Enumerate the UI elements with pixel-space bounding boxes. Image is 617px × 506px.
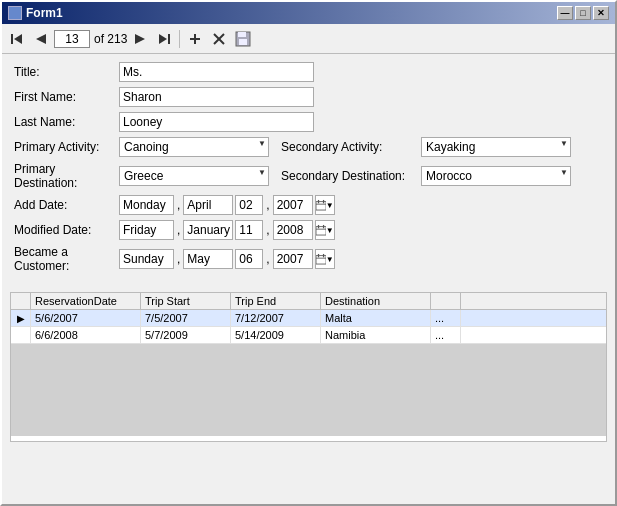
record-indicator: of 213 — [54, 30, 127, 48]
firstname-label: First Name: — [14, 90, 119, 104]
customer-date-picker-button[interactable]: ▼ — [315, 249, 335, 269]
svg-rect-12 — [239, 39, 247, 45]
primary-dest-select-wrapper: Greece — [119, 166, 269, 186]
customer-date-field: Sunday , May 06 , 2007 ▼ — [119, 249, 335, 269]
modified-date-dow[interactable]: Friday — [119, 220, 174, 240]
table-row[interactable]: 6/6/2008 5/7/2009 5/14/2009 Namibia ... — [11, 327, 606, 344]
secondary-dest-label: Secondary Destination: — [281, 169, 421, 183]
grid-col-reservation-date: ReservationDate — [31, 293, 141, 309]
destination-1[interactable]: Malta — [321, 310, 431, 326]
svg-rect-13 — [316, 202, 326, 210]
secondary-dest-select-wrapper: Morocco — [421, 166, 571, 186]
lastname-input[interactable] — [119, 112, 314, 132]
customer-date-day[interactable]: 06 — [235, 249, 263, 269]
first-record-button[interactable] — [6, 28, 28, 50]
lastname-row: Last Name: — [14, 112, 603, 132]
trip-end-1[interactable]: 7/12/2007 — [231, 310, 321, 326]
modified-date-picker-button[interactable]: ▼ — [315, 220, 335, 240]
add-record-button[interactable] — [184, 28, 206, 50]
grid-col-trip-start: Trip Start — [141, 293, 231, 309]
customer-date-dow[interactable]: Sunday — [119, 249, 174, 269]
reservation-date-1[interactable]: 5/6/2007 — [31, 310, 141, 326]
trip-start-1[interactable]: 7/5/2007 — [141, 310, 231, 326]
title-bar: Form1 — □ ✕ — [2, 2, 615, 24]
secondary-activity-select-wrapper: Kayaking — [421, 137, 571, 157]
title-row: Title: — [14, 62, 603, 82]
add-date-row: Add Date: Monday , April 02 , 2007 ▼ — [14, 195, 603, 215]
destination-row: Primary Destination: Greece Secondary De… — [14, 162, 603, 190]
add-date-day[interactable]: 02 — [235, 195, 263, 215]
customer-date-label: Became a Customer: — [14, 245, 119, 273]
main-window: Form1 — □ ✕ of 213 — [0, 0, 617, 506]
grid-rows-area: ▶ 5/6/2007 7/5/2007 7/12/2007 Malta ... … — [11, 310, 606, 344]
add-date-year[interactable]: 2007 — [273, 195, 313, 215]
modified-date-field: Friday , January 11 , 2008 ▼ — [119, 220, 335, 240]
trip-start-2[interactable]: 5/7/2009 — [141, 327, 231, 343]
last-record-button[interactable] — [153, 28, 175, 50]
svg-marker-1 — [14, 34, 22, 44]
secondary-activity-label: Secondary Activity: — [281, 140, 421, 154]
extra-2: ... — [431, 327, 461, 343]
row-indicator-2 — [11, 327, 31, 343]
extra-1: ... — [431, 310, 461, 326]
next-record-button[interactable] — [129, 28, 151, 50]
record-of-label: of 213 — [94, 32, 127, 46]
firstname-input[interactable] — [119, 87, 314, 107]
add-date-label: Add Date: — [14, 198, 119, 212]
lastname-label: Last Name: — [14, 115, 119, 129]
primary-activity-label: Primary Activity: — [14, 140, 119, 154]
add-date-month[interactable]: April — [183, 195, 233, 215]
add-date-dow[interactable]: Monday — [119, 195, 174, 215]
customer-date-month[interactable]: May — [183, 249, 233, 269]
svg-marker-5 — [159, 34, 167, 44]
grid-col-extra — [431, 293, 461, 309]
title-label: Title: — [14, 65, 119, 79]
window-icon — [8, 6, 22, 20]
svg-rect-21 — [316, 256, 326, 264]
form-content: Title: First Name: Last Name: Primary Ac… — [2, 54, 615, 286]
table-row[interactable]: ▶ 5/6/2007 7/5/2007 7/12/2007 Malta ... — [11, 310, 606, 327]
firstname-row: First Name: — [14, 87, 603, 107]
primary-activity-select[interactable]: Canoing — [119, 137, 269, 157]
reservations-grid[interactable]: ReservationDate Trip Start Trip End Dest… — [10, 292, 607, 442]
save-record-button[interactable] — [232, 28, 254, 50]
secondary-activity-select[interactable]: Kayaking — [421, 137, 571, 157]
row-indicator-1: ▶ — [11, 310, 31, 326]
modified-date-month[interactable]: January — [183, 220, 233, 240]
add-date-picker-button[interactable]: ▼ — [315, 195, 335, 215]
customer-date-row: Became a Customer: Sunday , May 06 , 200… — [14, 245, 603, 273]
grid-header: ReservationDate Trip Start Trip End Dest… — [11, 293, 606, 310]
grid-col-indicator — [11, 293, 31, 309]
record-number-input[interactable] — [54, 30, 90, 48]
activity-row: Primary Activity: Canoing Secondary Acti… — [14, 137, 603, 157]
title-bar-buttons: — □ ✕ — [557, 6, 609, 20]
window-title: Form1 — [26, 6, 63, 20]
trip-end-2[interactable]: 5/14/2009 — [231, 327, 321, 343]
modified-date-day[interactable]: 11 — [235, 220, 263, 240]
title-input[interactable] — [119, 62, 314, 82]
modified-date-year[interactable]: 2008 — [273, 220, 313, 240]
svg-rect-17 — [316, 227, 326, 235]
grid-body: ▶ 5/6/2007 7/5/2007 7/12/2007 Malta ... … — [11, 310, 606, 436]
svg-marker-2 — [36, 34, 46, 44]
toolbar-separator-1 — [179, 30, 180, 48]
minimize-button[interactable]: — — [557, 6, 573, 20]
toolbar: of 213 — [2, 24, 615, 54]
add-date-field: Monday , April 02 , 2007 ▼ — [119, 195, 335, 215]
svg-rect-11 — [238, 32, 246, 37]
primary-activity-select-wrapper: Canoing — [119, 137, 269, 157]
maximize-button[interactable]: □ — [575, 6, 591, 20]
primary-dest-label: Primary Destination: — [14, 162, 119, 190]
prev-record-button[interactable] — [30, 28, 52, 50]
destination-2[interactable]: Namibia — [321, 327, 431, 343]
delete-record-button[interactable] — [208, 28, 230, 50]
close-button[interactable]: ✕ — [593, 6, 609, 20]
secondary-dest-select[interactable]: Morocco — [421, 166, 571, 186]
modified-date-label: Modified Date: — [14, 223, 119, 237]
grid-col-destination: Destination — [321, 293, 431, 309]
customer-date-year[interactable]: 2007 — [273, 249, 313, 269]
svg-marker-3 — [135, 34, 145, 44]
modified-date-row: Modified Date: Friday , January 11 , 200… — [14, 220, 603, 240]
primary-dest-select[interactable]: Greece — [119, 166, 269, 186]
reservation-date-2[interactable]: 6/6/2008 — [31, 327, 141, 343]
